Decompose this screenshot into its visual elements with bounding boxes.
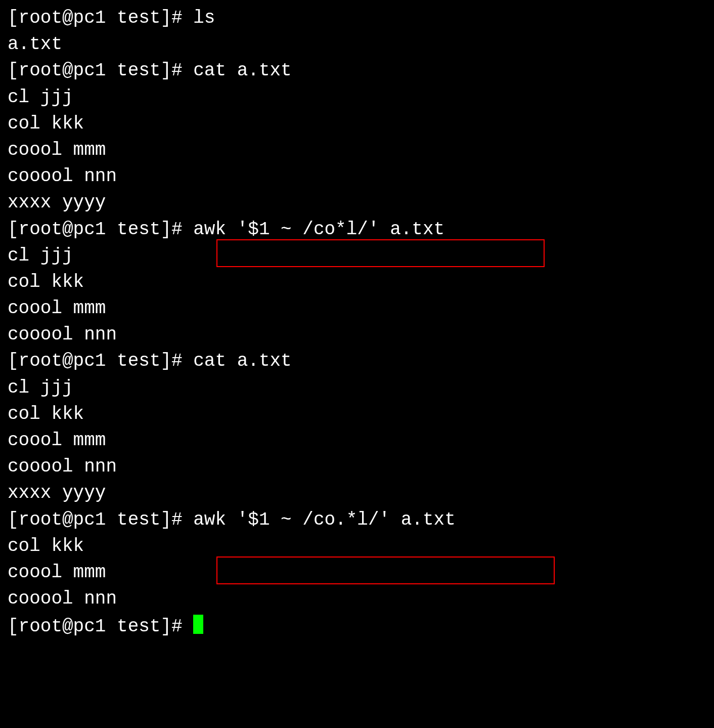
terminal-output-line: coool mmm [8, 427, 706, 454]
terminal-output-line: cooool nnn [8, 163, 706, 190]
terminal-line: [root@pc1 test]# ls [8, 5, 706, 31]
terminal-line: [root@pc1 test]# awk '$1 ~ /co*l/' a.txt [8, 217, 706, 243]
terminal-output-line: cooool nnn [8, 454, 706, 480]
terminal-output-line: cl jjj [8, 375, 706, 401]
terminal-output-line: col kkk [8, 533, 706, 560]
command-text: ls [193, 8, 215, 28]
shell-prompt: [root@pc1 test]# [8, 8, 193, 28]
terminal-output-line: coool mmm [8, 295, 706, 322]
terminal-output-line: cooool nnn [8, 322, 706, 348]
terminal-output-line: col kkk [8, 269, 706, 295]
command-text: cat a.txt [193, 351, 291, 371]
terminal-output-line: coool mmm [8, 560, 706, 586]
terminal-output-line: coool mmm [8, 137, 706, 163]
terminal-output-line: a.txt [8, 31, 706, 58]
cursor-block-icon [193, 615, 203, 634]
terminal-output-line: cl jjj [8, 243, 706, 269]
terminal-output-line: xxxx yyyy [8, 190, 706, 216]
shell-prompt: [root@pc1 test]# [8, 60, 193, 81]
terminal-line: [root@pc1 test]# awk '$1 ~ /co.*l/' a.tx… [8, 507, 706, 533]
command-text: awk '$1 ~ /co.*l/' a.txt [193, 509, 455, 530]
terminal-window[interactable]: [root@pc1 test]# ls a.txt [root@pc1 test… [0, 0, 714, 646]
shell-prompt: [root@pc1 test]# [8, 219, 193, 240]
command-text: cat a.txt [193, 60, 291, 81]
terminal-output-line: cooool nnn [8, 586, 706, 612]
terminal-output-line: cl jjj [8, 84, 706, 111]
terminal-line-active[interactable]: [root@pc1 test]# [8, 612, 706, 640]
shell-prompt: [root@pc1 test]# [8, 351, 193, 371]
terminal-line: [root@pc1 test]# cat a.txt [8, 58, 706, 84]
terminal-line: [root@pc1 test]# cat a.txt [8, 348, 706, 374]
shell-prompt: [root@pc1 test]# [8, 509, 193, 530]
terminal-output-line: xxxx yyyy [8, 480, 706, 506]
shell-prompt: [root@pc1 test]# [8, 616, 193, 637]
terminal-output-line: col kkk [8, 401, 706, 427]
terminal-output-line: col kkk [8, 111, 706, 137]
command-text: awk '$1 ~ /co*l/' a.txt [193, 219, 444, 240]
